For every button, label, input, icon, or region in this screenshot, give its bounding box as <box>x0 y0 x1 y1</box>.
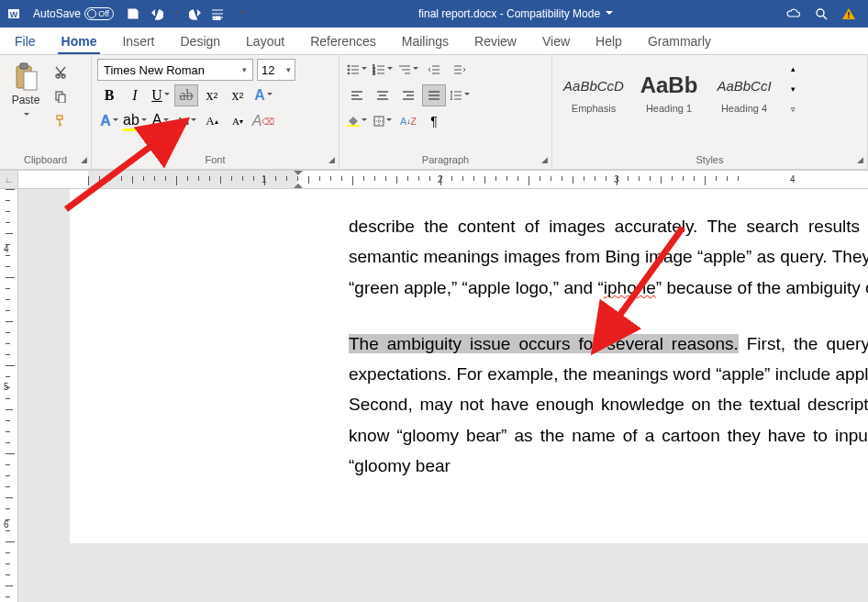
horizontal-ruler[interactable]: 1234 <box>18 171 868 189</box>
ribbon: Paste Clipboard◢ Times New Roman▾ 12▾ B … <box>0 55 868 171</box>
copy-button[interactable] <box>50 86 72 106</box>
align-right-button[interactable] <box>396 84 420 106</box>
tab-view[interactable]: View <box>539 30 573 54</box>
tab-home[interactable]: Home <box>58 30 101 54</box>
highlight-button[interactable]: ab <box>123 110 147 132</box>
paragraph-dialog-icon[interactable]: ◢ <box>541 152 548 167</box>
svg-text:123: 123 <box>213 16 221 20</box>
italic-button[interactable]: I <box>123 84 147 106</box>
line-numbering-icon[interactable]: 123 <box>209 4 229 24</box>
svg-rect-7 <box>20 63 28 69</box>
tab-review[interactable]: Review <box>471 30 520 54</box>
subscript-button[interactable]: x2 <box>200 84 224 106</box>
tab-insert[interactable]: Insert <box>118 30 158 54</box>
styles-nav-0[interactable]: ▴ <box>785 59 800 79</box>
tab-file[interactable]: File <box>11 30 39 54</box>
text-outline-button[interactable]: A <box>97 110 121 132</box>
svg-text:3: 3 <box>373 71 375 75</box>
multilevel-list-button[interactable] <box>396 59 420 81</box>
tab-design[interactable]: Design <box>176 30 224 54</box>
window-title: final report.docx - Compatibility Mode <box>248 7 784 20</box>
quick-access-toolbar: W AutoSave Off 123 <box>4 4 248 24</box>
warning-icon[interactable] <box>839 4 859 24</box>
svg-point-3 <box>817 9 824 17</box>
group-clipboard: Paste Clipboard◢ <box>0 55 92 169</box>
word-app-icon[interactable]: W <box>4 4 24 24</box>
compat-mode-dropdown[interactable]: Compatibility Mode <box>506 7 613 20</box>
grow-font-button[interactable]: A▴ <box>200 110 224 132</box>
search-icon[interactable] <box>811 4 831 24</box>
change-case-button[interactable]: Aa <box>174 110 198 132</box>
tab-references[interactable]: References <box>306 30 380 54</box>
shading-button[interactable] <box>345 110 369 132</box>
vertical-ruler[interactable]: 456 <box>0 189 18 602</box>
clipboard-dialog-icon[interactable]: ◢ <box>81 152 87 167</box>
tab-mailings[interactable]: Mailings <box>398 30 452 54</box>
tab-grammarly[interactable]: Grammarly <box>644 30 715 54</box>
numbering-button[interactable]: 123 <box>371 59 395 81</box>
superscript-button[interactable]: x2 <box>226 84 250 106</box>
qat-customize-icon[interactable] <box>233 4 248 24</box>
paragraph-1[interactable]: describe the content of images accuratel… <box>349 211 868 303</box>
cut-button[interactable] <box>50 62 72 83</box>
sort-button[interactable]: A↓Z <box>396 110 420 132</box>
title-bar: W AutoSave Off 123 final report.docx - C… <box>0 0 868 28</box>
ruler-corner: ∟ <box>0 171 18 189</box>
format-painter-button[interactable] <box>50 110 72 130</box>
style-heading-4[interactable]: AaBbCcIHeading 4 <box>708 59 780 123</box>
document-page[interactable]: describe the content of images accuratel… <box>70 189 868 543</box>
styles-dialog-icon[interactable]: ◢ <box>857 152 863 167</box>
strikethrough-button[interactable]: ab <box>174 84 198 106</box>
font-dialog-icon[interactable]: ◢ <box>328 152 335 167</box>
show-marks-button[interactable]: ¶ <box>422 110 446 132</box>
bold-button[interactable]: B <box>97 84 121 106</box>
styles-nav-2[interactable]: ▿ <box>785 99 800 119</box>
bullets-button[interactable] <box>345 59 369 81</box>
increase-indent-button[interactable] <box>448 59 472 81</box>
clear-formatting-button[interactable]: A⌫ <box>251 110 275 132</box>
svg-rect-19 <box>347 125 360 127</box>
shrink-font-button[interactable]: A▾ <box>226 110 250 132</box>
group-paragraph: 123 A↓Z ¶ Paragraph◢ <box>339 55 552 169</box>
styles-nav-1[interactable]: ▾ <box>785 79 800 99</box>
svg-point-15 <box>348 72 350 74</box>
line-spacing-button[interactable] <box>448 84 472 106</box>
selected-text[interactable]: The ambiguity issue occurs for several r… <box>349 334 739 353</box>
decrease-indent-button[interactable] <box>422 59 446 81</box>
justify-button[interactable] <box>422 84 446 106</box>
svg-point-13 <box>348 65 350 67</box>
group-styles: AaBbCcDEmphasisAaBbHeading 1AaBbCcIHeadi… <box>552 55 868 169</box>
svg-text:W: W <box>10 10 18 19</box>
svg-point-14 <box>348 69 350 71</box>
style-heading-1[interactable]: AaBbHeading 1 <box>633 59 705 123</box>
paragraph-2[interactable]: The ambiguity issue occurs for several r… <box>349 329 868 481</box>
autosave-toggle[interactable]: AutoSave Off <box>28 7 119 20</box>
autosave-label: AutoSave <box>33 7 81 20</box>
tab-layout[interactable]: Layout <box>242 30 288 54</box>
document-area: 456 describe the content of images accur… <box>0 189 868 602</box>
tab-help[interactable]: Help <box>592 30 626 54</box>
ribbon-tabs: FileHomeInsertDesignLayoutReferencesMail… <box>0 28 868 55</box>
font-color-button[interactable]: A <box>149 110 172 132</box>
font-size-select[interactable]: 12▾ <box>257 59 295 81</box>
svg-rect-5 <box>848 17 850 18</box>
paste-button[interactable]: Paste <box>6 59 46 114</box>
borders-button[interactable] <box>371 110 395 132</box>
align-left-button[interactable] <box>345 84 369 106</box>
style-emphasis[interactable]: AaBbCcDEmphasis <box>558 59 629 123</box>
svg-rect-4 <box>848 12 850 16</box>
svg-rect-8 <box>24 72 37 90</box>
svg-rect-12 <box>59 95 65 103</box>
group-font: Times New Roman▾ 12▾ B I U ab x2 x2 A A … <box>92 55 339 169</box>
font-family-select[interactable]: Times New Roman▾ <box>97 59 253 81</box>
cloud-icon[interactable] <box>784 4 804 24</box>
undo-icon[interactable] <box>147 4 167 24</box>
underline-button[interactable]: U <box>149 84 172 106</box>
align-center-button[interactable] <box>371 84 395 106</box>
redo-icon[interactable] <box>185 4 206 24</box>
text-effects-button[interactable]: A <box>251 84 275 106</box>
undo-dropdown-icon[interactable] <box>171 4 182 24</box>
save-icon[interactable] <box>123 4 143 24</box>
